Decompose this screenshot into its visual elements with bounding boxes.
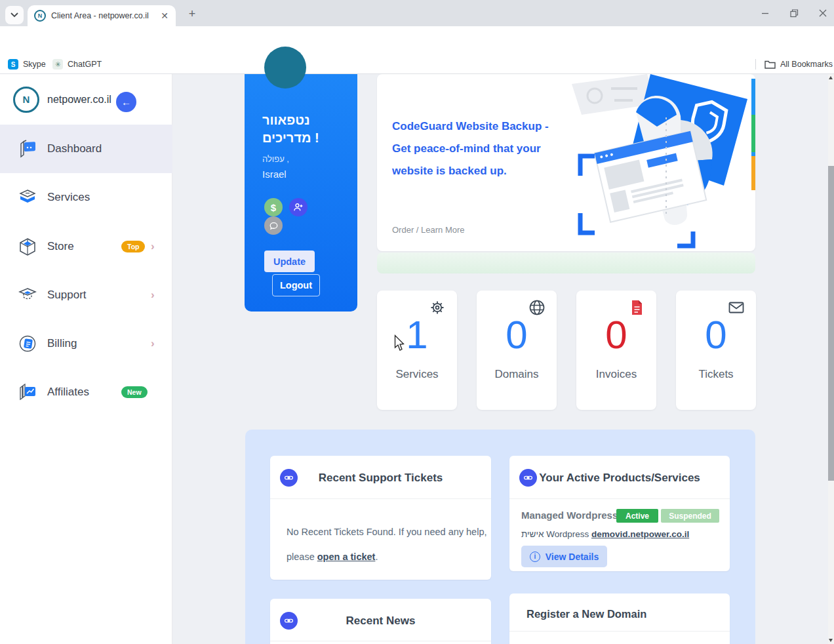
recent-support-tickets-panel: Recent Support Tickets No Recent Tickets…	[270, 456, 491, 580]
browser-toolbar: myai.netpower.co.il/clientarea.php S	[0, 26, 834, 55]
view-details-button[interactable]: i View Details	[521, 546, 607, 567]
affiliates-icon	[17, 382, 38, 403]
codeguard-banner[interactable]: CodeGuard Website Backup - Get peace-of-…	[377, 74, 755, 251]
product-domain-line: אישית Wordpress demovid.netpower.co.il	[521, 529, 689, 539]
sidebar-item-services[interactable]: Services	[0, 173, 172, 222]
active-products-panel: Your Active Products/Services Managed Wo…	[509, 456, 730, 571]
sidebar-item-label: Support	[47, 289, 87, 302]
tab-close-icon[interactable]: ✕	[159, 10, 170, 22]
restore-button[interactable]	[787, 6, 801, 20]
sidebar-item-label: Store	[47, 240, 74, 253]
stat-card-services[interactable]: 1 Services	[377, 291, 457, 410]
scroll-up-arrow[interactable]	[829, 76, 833, 79]
info-icon: i	[530, 552, 540, 562]
stat-label: Services	[377, 368, 457, 381]
stat-label: Domains	[477, 368, 557, 381]
page-content: N netpower.co.il ← Dashboard Services St…	[0, 74, 834, 644]
store-icon	[17, 236, 38, 257]
banner-cta-link[interactable]: Order / Learn More	[392, 225, 465, 235]
open-ticket-link[interactable]: open a ticket	[317, 552, 376, 562]
sidebar-item-dashboard[interactable]: Dashboard	[0, 125, 172, 173]
banner-headline: CodeGuard Website Backup - Get peace-of-…	[392, 115, 563, 182]
bookmark-chatgpt[interactable]: ✳ ChatGPT	[52, 55, 102, 73]
status-badge-active: Active	[616, 509, 658, 523]
stat-label: Tickets	[676, 368, 756, 381]
recent-news-panel: Recent News	[270, 599, 491, 644]
product-name: Managed Wordpress -	[521, 510, 624, 521]
scrollbar-thumb[interactable]	[828, 166, 834, 481]
bookmark-label: Skype	[23, 60, 46, 69]
billing-balance-button[interactable]: $	[264, 198, 283, 216]
sidebar-item-label: Affiliates	[47, 386, 89, 399]
bookmarks-divider	[755, 59, 756, 70]
store-top-badge: Top	[121, 241, 145, 252]
scroll-down-arrow[interactable]	[829, 639, 833, 642]
sidebar-item-billing[interactable]: Billing ›	[0, 319, 172, 368]
netpower-logo-icon: N	[13, 87, 39, 113]
stat-value: 1	[377, 314, 457, 356]
sidebar-item-store[interactable]: Store Top ›	[0, 222, 172, 271]
sidebar-collapse-button[interactable]: ←	[116, 92, 136, 112]
no-tickets-text: No Recent Tickets Found. If you need any…	[287, 527, 486, 537]
affiliates-new-badge: New	[121, 386, 148, 398]
all-bookmarks-button[interactable]: All Bookmarks	[764, 55, 833, 73]
client-name: נטפאוור מדריכים !	[262, 111, 344, 147]
chevron-right-icon: ›	[151, 240, 155, 253]
dollar-icon: $	[271, 202, 276, 213]
support-chat-button[interactable]	[264, 216, 283, 235]
add-contact-button[interactable]	[289, 198, 308, 216]
stat-card-invoices[interactable]: 0 Invoices	[576, 291, 656, 410]
close-window-button[interactable]	[816, 6, 830, 20]
chat-bubble-icon	[269, 221, 279, 231]
minimize-button[interactable]	[758, 6, 772, 20]
stat-value: 0	[676, 314, 756, 356]
new-tab-button[interactable]: +	[185, 7, 199, 21]
status-badge-suspended: Suspended	[661, 509, 719, 523]
stat-label: Invoices	[576, 368, 656, 381]
app-sidebar: N netpower.co.il ← Dashboard Services St…	[0, 74, 172, 644]
profile-card: נטפאוור מדריכים ! עפולה , Israel $ Updat…	[245, 74, 357, 312]
chevron-down-icon	[10, 12, 18, 18]
tab-search-button[interactable]	[5, 6, 24, 24]
panel-title: Recent Support Tickets	[270, 472, 491, 485]
person-add-icon	[293, 202, 304, 212]
folder-icon	[764, 60, 776, 69]
brand-row: N netpower.co.il ←	[0, 74, 172, 125]
sidebar-item-label: Dashboard	[47, 142, 102, 155]
sidebar-item-label: Services	[47, 191, 90, 204]
panel-title: Register a New Domain	[526, 608, 646, 620]
sidebar-item-support[interactable]: Support ›	[0, 271, 172, 319]
dashboard-icon	[17, 138, 38, 159]
chatgpt-icon: ✳	[52, 59, 63, 70]
update-button[interactable]: Update	[264, 251, 315, 272]
browser-tab[interactable]: N Client Area - netpower.co.il ✕	[28, 5, 176, 26]
netpower-favicon-icon: N	[34, 10, 46, 22]
services-icon	[17, 187, 38, 208]
page-scrollbar[interactable]	[828, 74, 834, 644]
bookmarks-bar: S Skype ✳ ChatGPT All Bookmarks	[0, 55, 834, 74]
brand-name: netpower.co.il	[47, 94, 111, 106]
client-country: Israel	[262, 169, 287, 180]
tab-title: Client Area - netpower.co.il	[51, 11, 151, 20]
billing-icon	[17, 333, 38, 354]
bookmark-label: ChatGPT	[68, 60, 102, 69]
dashboard-panels-section: Recent Support Tickets No Recent Tickets…	[245, 430, 755, 644]
stat-card-tickets[interactable]: 0 Tickets	[676, 291, 756, 410]
bookmark-skype[interactable]: S Skype	[8, 55, 46, 73]
main-area: נטפאוור מדריכים ! עפולה , Israel $ Updat…	[172, 74, 828, 644]
stat-value: 0	[477, 314, 557, 356]
sidebar-item-affiliates[interactable]: Affiliates New	[0, 368, 172, 416]
client-city: עפולה ,	[262, 154, 289, 164]
logout-button[interactable]: Logout	[272, 274, 320, 296]
all-bookmarks-label: All Bookmarks	[780, 60, 833, 69]
chevron-right-icon: ›	[151, 289, 155, 302]
panel-title: Your Active Products/Services	[509, 472, 730, 485]
stat-card-domains[interactable]: 0 Domains	[477, 291, 557, 410]
tab-strip: N Client Area - netpower.co.il ✕ +	[0, 0, 834, 26]
register-domain-panel: Register a New Domain	[509, 594, 730, 644]
carousel-next-slide	[377, 252, 755, 273]
client-avatar	[264, 47, 306, 89]
stat-value: 0	[576, 314, 656, 356]
domain-link[interactable]: demovid.netpower.co.il	[591, 529, 689, 539]
chevron-right-icon: ›	[151, 337, 155, 350]
